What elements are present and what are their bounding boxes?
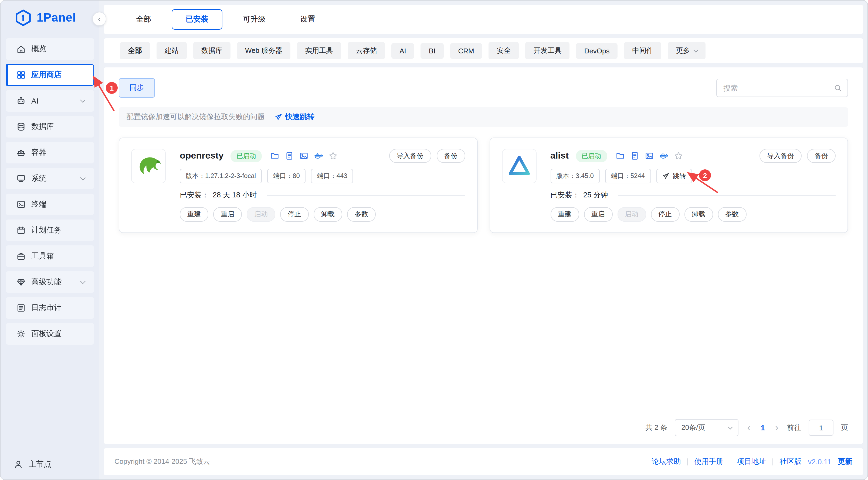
sidebar-item-label: 高级功能 xyxy=(31,277,75,287)
sidebar-item-app-store[interactable]: 应用商店 xyxy=(6,64,94,86)
category-web-server[interactable]: Web 服务器 xyxy=(237,42,290,59)
image-icon[interactable] xyxy=(645,151,653,160)
sidebar-item-terminal[interactable]: 终端 xyxy=(6,194,94,215)
category-security[interactable]: 安全 xyxy=(489,42,519,59)
version-label[interactable]: v2.0.11 xyxy=(808,458,831,466)
update-link[interactable]: 更新 xyxy=(838,457,852,467)
footer-link-manual[interactable]: 使用手册 xyxy=(694,457,723,467)
file-text-icon[interactable] xyxy=(285,151,294,160)
goto-page-input[interactable] xyxy=(809,420,833,436)
docker-whale-icon[interactable] xyxy=(314,151,323,160)
annotation-step-1: 1 xyxy=(106,82,118,94)
category-more[interactable]: 更多 xyxy=(668,42,706,59)
image-icon[interactable] xyxy=(300,151,309,160)
annotation-step-2: 2 xyxy=(699,169,711,181)
sidebar-node-selector[interactable]: 主节点 xyxy=(1,449,99,479)
params-button[interactable]: 参数 xyxy=(718,207,746,222)
sidebar-item-label: 容器 xyxy=(31,148,87,158)
sidebar-item-database[interactable]: 数据库 xyxy=(6,116,94,138)
sync-button[interactable]: 同步 xyxy=(119,78,155,98)
category-website[interactable]: 建站 xyxy=(157,42,187,59)
sidebar-item-label: 概览 xyxy=(31,44,87,54)
rebuild-button[interactable]: 重建 xyxy=(180,207,208,222)
sidebar-item-system[interactable]: 系统 xyxy=(6,168,94,189)
installed-app-list: openresty 已启动 xyxy=(119,138,848,233)
category-all[interactable]: 全部 xyxy=(120,42,150,59)
sidebar-item-overview[interactable]: 概览 xyxy=(6,38,94,60)
chevron-down-icon xyxy=(80,97,86,102)
app-window: 1Panel ‹ 概览 应用商店 AI xyxy=(0,0,868,480)
database-icon xyxy=(16,122,26,132)
category-bi[interactable]: BI xyxy=(421,43,444,59)
footer-link-edition[interactable]: 社区版 xyxy=(779,457,801,467)
1panel-logo-icon xyxy=(14,9,32,27)
category-tools[interactable]: 实用工具 xyxy=(297,42,341,59)
backup-button[interactable]: 备份 xyxy=(436,149,465,163)
footer-link-project[interactable]: 项目地址 xyxy=(737,457,766,467)
sidebar-menu: 概览 应用商店 AI 数据库 xyxy=(1,35,99,449)
sidebar-item-label: 数据库 xyxy=(31,122,87,132)
installed-label: 已安装： xyxy=(180,191,209,200)
stop-button[interactable]: 停止 xyxy=(651,207,679,222)
port-tag: 端口：5244 xyxy=(605,169,651,184)
category-dev-tools[interactable]: 开发工具 xyxy=(526,42,570,59)
restart-button[interactable]: 重启 xyxy=(584,207,612,222)
category-devops[interactable]: DevOps xyxy=(576,43,618,59)
uninstall-button[interactable]: 卸载 xyxy=(684,207,713,222)
page-size-value: 20条/页 xyxy=(681,423,705,433)
sidebar-item-toolbox[interactable]: 工具箱 xyxy=(6,245,94,267)
sidebar-item-container[interactable]: 容器 xyxy=(6,142,94,163)
footer-link-forum[interactable]: 论坛求助 xyxy=(652,457,681,467)
divider xyxy=(730,458,730,465)
sidebar-item-ai[interactable]: AI xyxy=(6,90,94,112)
search-input[interactable] xyxy=(722,83,834,93)
file-text-icon[interactable] xyxy=(630,151,639,160)
import-backup-button[interactable]: 导入备份 xyxy=(389,149,431,163)
folder-icon[interactable] xyxy=(271,151,279,160)
port-tag: 端口：80 xyxy=(267,169,306,184)
tab-all[interactable]: 全部 xyxy=(122,9,165,30)
sidebar-collapse-button[interactable]: ‹ xyxy=(92,12,106,26)
favorite-star-icon[interactable] xyxy=(674,151,683,160)
tab-installed[interactable]: 已安装 xyxy=(172,9,222,30)
tab-settings[interactable]: 设置 xyxy=(286,9,329,30)
paper-plane-icon xyxy=(662,173,670,180)
folder-icon[interactable] xyxy=(616,151,624,160)
category-middleware[interactable]: 中间件 xyxy=(624,42,661,59)
uninstall-button[interactable]: 卸载 xyxy=(314,207,342,222)
sidebar-item-label: AI xyxy=(31,97,75,105)
current-page[interactable]: 1 xyxy=(759,423,767,432)
rebuild-button[interactable]: 重建 xyxy=(550,207,579,222)
quick-jump-link[interactable]: 快速跳转 xyxy=(275,112,314,122)
app-card-body: alist 已启动 xyxy=(550,149,836,221)
favorite-star-icon[interactable] xyxy=(329,151,338,160)
tab-upgradable[interactable]: 可升级 xyxy=(229,9,280,30)
mirror-hint-banner: 配置镜像加速可以解决镜像拉取失败的问题 快速跳转 xyxy=(119,107,848,127)
restart-button[interactable]: 重启 xyxy=(213,207,242,222)
copyright-text: Copyright © 2014-2025 飞致云 xyxy=(115,457,210,467)
stop-button[interactable]: 停止 xyxy=(280,207,309,222)
category-ai[interactable]: AI xyxy=(391,43,414,59)
category-database[interactable]: 数据库 xyxy=(193,42,230,59)
page-size-select[interactable]: 20条/页 xyxy=(675,419,739,436)
app-card-body: openresty 已启动 xyxy=(180,149,465,221)
sidebar-item-cronjob[interactable]: 计划任务 xyxy=(6,219,94,241)
category-crm[interactable]: CRM xyxy=(450,43,482,59)
category-cloud-storage[interactable]: 云存储 xyxy=(348,42,385,59)
params-button[interactable]: 参数 xyxy=(347,207,376,222)
docker-whale-icon[interactable] xyxy=(659,151,668,160)
sidebar-item-log-audit[interactable]: 日志审计 xyxy=(6,297,94,319)
next-page-button[interactable]: › xyxy=(774,423,779,433)
jump-button[interactable]: 跳转 xyxy=(656,169,692,184)
node-label: 主节点 xyxy=(29,459,51,469)
sidebar-item-panel-settings[interactable]: 面板设置 xyxy=(6,323,94,345)
pagination: 共 2 条 20条/页 ‹ 1 › 前往 页 xyxy=(119,408,848,436)
prev-page-button[interactable]: ‹ xyxy=(746,423,751,433)
goto-label: 前往 xyxy=(787,423,801,433)
sidebar-item-advanced[interactable]: 高级功能 xyxy=(6,271,94,293)
backup-button[interactable]: 备份 xyxy=(807,149,836,163)
brand-area: 1Panel xyxy=(1,1,99,35)
quick-jump-label: 快速跳转 xyxy=(285,112,314,122)
import-backup-button[interactable]: 导入备份 xyxy=(760,149,802,163)
search-box[interactable] xyxy=(716,79,848,97)
